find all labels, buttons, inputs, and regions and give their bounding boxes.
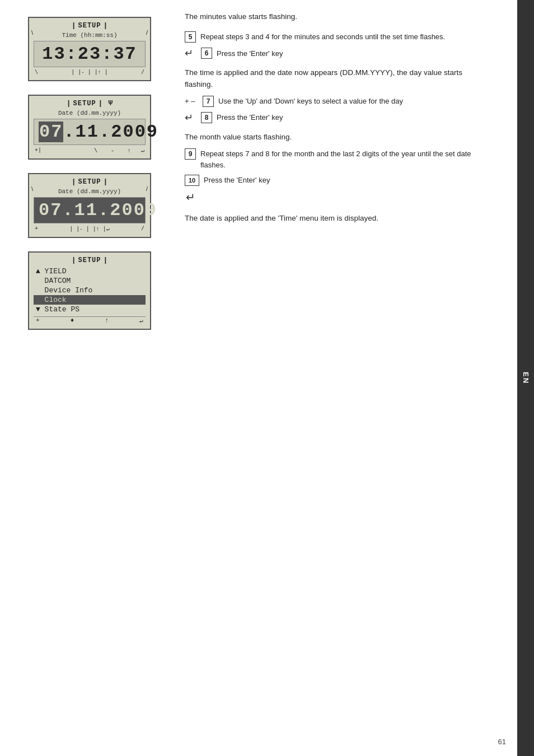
screen-date-setup1: | SETUP | Ψ Date (dd.mm.yyyy) 07.11.2009… bbox=[28, 95, 151, 160]
screen1-subtitle: Time (hh:mm:ss) bbox=[34, 32, 146, 39]
screen1-value: 13:23:37 bbox=[34, 41, 146, 67]
enter-icon-step8: ↵ bbox=[185, 111, 193, 124]
screen1-bottom-nav: | |- | |↑ | bbox=[71, 69, 107, 76]
screen3-nav: | |- | |↑ |↵ bbox=[69, 226, 109, 232]
screen3-title-bar: | SETUP | bbox=[34, 178, 146, 186]
screen3-plus: + bbox=[35, 226, 38, 232]
step-7-row: + – 7 Use the 'Up' and 'Down' keys to se… bbox=[185, 96, 484, 107]
language-sidebar: EN bbox=[517, 0, 534, 756]
step-9-number: 9 bbox=[185, 148, 196, 160]
step-8-text: Press the 'Enter' key bbox=[217, 112, 484, 123]
step-6-row: ↵ 6 Press the 'Enter' key bbox=[185, 47, 484, 59]
screen3-subtitle: Date (dd.mm.yyyy) bbox=[34, 188, 146, 195]
step-5-text: Repeat steps 3 and 4 for the minutes and… bbox=[200, 31, 484, 43]
final-text-block: The date is applied and the 'Time' menu … bbox=[185, 213, 484, 224]
screen3-arrow-tl: \ bbox=[31, 185, 33, 192]
screen1-arrow-tr: / bbox=[146, 29, 148, 36]
step-5-row: 5 Repeat steps 3 and 4 for the minutes a… bbox=[185, 31, 484, 43]
plus-minus-icon: + – bbox=[185, 97, 196, 105]
screen-time-setup: | SETUP | Time (hh:mm:ss) 13:23:37 \ | |… bbox=[28, 17, 151, 81]
menu-item-state-ps: ▼ State PS bbox=[34, 305, 146, 314]
screen1-arrow-tl: \ bbox=[31, 29, 33, 36]
screen4-title: SETUP bbox=[78, 256, 101, 264]
step-10-text: Press the 'Enter' key bbox=[204, 175, 484, 186]
final-text: The date is applied and the 'Time' menu … bbox=[185, 213, 484, 224]
screen1-title-bar: | SETUP | bbox=[34, 21, 146, 30]
screen2-value: 07.11.2009 bbox=[34, 119, 146, 145]
screen2-title: SETUP bbox=[73, 100, 96, 108]
step-6-text: Press the 'Enter' key bbox=[217, 48, 484, 59]
step-8-number: 8 bbox=[201, 112, 212, 123]
screen1-corner-tl: \ bbox=[35, 69, 38, 76]
step-9-text: Repeat steps 7 and 8 for the month and t… bbox=[200, 148, 484, 170]
step-7-number: 7 bbox=[203, 96, 214, 107]
screen-menu: | SETUP | ▲ YIELD DATCOM Device Info Clo… bbox=[28, 251, 162, 330]
screen-date-setup2: | SETUP | Date (dd.mm.yyyy) 07.11.2009 +… bbox=[28, 173, 151, 238]
step-5-number: 5 bbox=[185, 31, 196, 43]
menu-item-yield: ▲ YIELD bbox=[34, 267, 146, 276]
screen1-corner-tr: / bbox=[141, 69, 144, 76]
step-10-number: 10 bbox=[185, 175, 199, 186]
page-number: 61 bbox=[498, 738, 506, 746]
left-column: | SETUP | Time (hh:mm:ss) 13:23:37 \ | |… bbox=[0, 0, 174, 756]
screen2-subtitle: Date (dd.mm.yyyy) bbox=[34, 110, 146, 116]
menu-item-datcom: DATCOM bbox=[34, 276, 146, 286]
enter-step10-row: ↵ bbox=[185, 190, 484, 204]
menu-item-device-info: Device Info bbox=[34, 286, 146, 295]
step-9-row: 9 Repeat steps 7 and 8 for the month and… bbox=[185, 148, 484, 170]
screen3-slash: / bbox=[141, 226, 144, 232]
middle-text-1-content: The time is applied and the date now app… bbox=[185, 67, 484, 90]
language-label: EN bbox=[522, 372, 530, 384]
enter-icon-step10: ↵ bbox=[186, 190, 195, 204]
step-6-number: 6 bbox=[201, 48, 212, 59]
screen3-title: SETUP bbox=[78, 178, 101, 186]
screen4-title-bar: | SETUP | bbox=[34, 256, 146, 264]
middle-text-2: The month value starts flashing. bbox=[185, 132, 484, 143]
screen4-nav: + ♦ ↑ ↵ bbox=[34, 316, 146, 324]
step-8-row: ↵ 8 Press the 'Enter' key bbox=[185, 111, 484, 124]
middle-text-2-content: The month value starts flashing. bbox=[185, 132, 484, 143]
screen1-title: SETUP bbox=[78, 22, 101, 30]
screen3-arrow-tr: / bbox=[146, 185, 148, 192]
instructions-column: The minutes value starts flashing. 5 Rep… bbox=[174, 0, 517, 756]
screen2-plus: +| bbox=[35, 147, 41, 154]
screen2-title-bar: | SETUP | Ψ bbox=[34, 99, 146, 108]
battery-icon: Ψ bbox=[108, 99, 113, 108]
intro-text: The minutes value starts flashing. bbox=[185, 11, 484, 22]
screen2-nav: \ - ↑ ↵ bbox=[94, 147, 144, 154]
screen3-value: 07.11.2009 bbox=[34, 197, 146, 223]
step-7-text: Use the 'Up' and 'Down' keys to select a… bbox=[218, 96, 484, 107]
middle-text-1: The time is applied and the date now app… bbox=[185, 67, 484, 90]
menu-item-clock: Clock bbox=[34, 295, 146, 305]
intro-block: The minutes value starts flashing. bbox=[185, 11, 484, 22]
screen2-inverted: 07 bbox=[39, 122, 63, 142]
enter-icon-step6: ↵ bbox=[185, 47, 193, 59]
step-10-row: 10 Press the 'Enter' key bbox=[185, 175, 484, 186]
